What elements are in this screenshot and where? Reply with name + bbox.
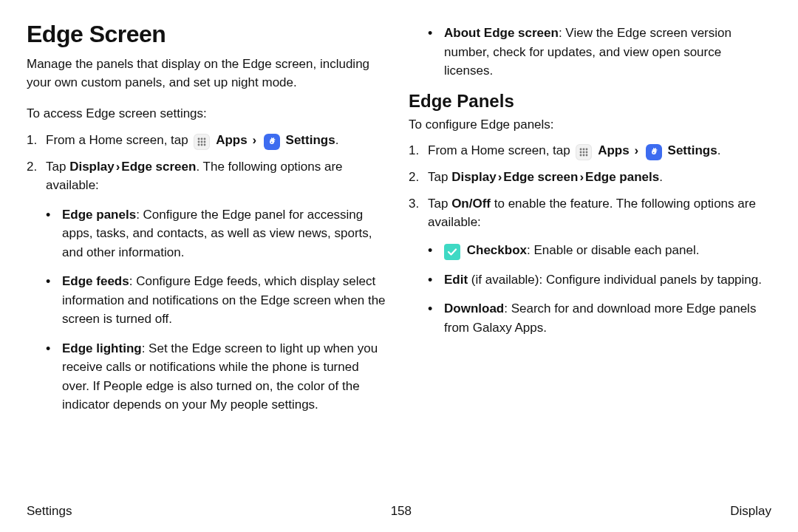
option-title: Edge feeds [62, 274, 129, 288]
step-text: Tap [428, 197, 451, 211]
path-edge-screen: Edge screen [503, 170, 578, 184]
option-body: (if available): Configure individual pan… [468, 273, 762, 287]
svg-point-11 [583, 149, 585, 151]
step-item: From a Home screen, tap Apps › Settings. [27, 131, 389, 150]
option-title: About Edge screen [444, 26, 559, 40]
svg-point-17 [583, 154, 585, 157]
section-lead: To access Edge screen settings: [27, 105, 389, 123]
svg-point-14 [583, 151, 585, 154]
option-item: Checkbox: Enable or disable each panel. [428, 241, 771, 260]
option-item: Edge lighting: Set the Edge screen to li… [46, 339, 389, 415]
apps-label: Apps [598, 143, 630, 157]
svg-point-15 [586, 151, 588, 154]
step-item: Tap Display›Edge screen. The following o… [27, 157, 389, 415]
svg-point-0 [198, 138, 200, 140]
svg-point-18 [586, 154, 588, 157]
option-title: Edit [444, 273, 468, 287]
settings-label: Settings [286, 133, 335, 147]
footer-left: Settings [27, 504, 72, 519]
footer-page-number: 158 [391, 504, 412, 519]
option-body: : Enable or disable each panel. [527, 243, 699, 257]
steps-list: From a Home screen, tap Apps › Settings.… [409, 141, 771, 337]
gear-icon [646, 144, 662, 160]
svg-point-3 [198, 141, 200, 143]
period: . [335, 133, 339, 147]
step-text: Tap [46, 160, 69, 174]
svg-point-12 [586, 149, 588, 151]
step-item: From a Home screen, tap Apps › Settings. [409, 141, 771, 160]
svg-point-8 [204, 144, 206, 146]
settings-label: Settings [668, 143, 717, 157]
step-text: Tap [428, 170, 451, 184]
path-display: Display [69, 160, 114, 174]
right-column: About Edge screen: View the Edge screen … [409, 21, 771, 425]
option-item: Edge feeds: Configure Edge feeds, which … [46, 272, 389, 329]
option-item: About Edge screen: View the Edge screen … [409, 24, 771, 81]
svg-point-16 [580, 154, 582, 157]
options-list: Checkbox: Enable or disable each panel. … [428, 241, 771, 338]
page-footer: Settings 158 Display [27, 504, 771, 519]
step-item: Tap Display›Edge screen›Edge panels. [409, 168, 771, 187]
option-title: Edge lighting [62, 341, 142, 355]
step-item: Tap On/Off to enable the feature. The fo… [409, 194, 771, 338]
option-item: Edit (if available): Configure individua… [428, 270, 771, 290]
period: . [717, 143, 721, 157]
chevron-right-icon: › [115, 160, 122, 174]
svg-point-6 [198, 144, 200, 146]
options-list: Edge panels: Configure the Edge panel fo… [46, 205, 389, 415]
path-edge-screen: Edge screen [121, 160, 196, 174]
on-off-label: On/Off [451, 197, 491, 211]
svg-point-5 [204, 141, 206, 143]
options-list-continued: About Edge screen: View the Edge screen … [409, 24, 771, 81]
left-column: Edge Screen Manage the panels that displ… [27, 21, 389, 425]
path-edge-panels: Edge panels [585, 170, 659, 184]
apps-icon [194, 134, 210, 150]
section-heading: Edge Screen [27, 21, 389, 48]
chevron-right-icon: › [497, 170, 504, 184]
svg-point-13 [580, 151, 582, 154]
svg-point-4 [201, 141, 203, 143]
two-column-layout: Edge Screen Manage the panels that displ… [27, 21, 771, 425]
steps-list: From a Home screen, tap Apps › Settings.… [27, 131, 389, 415]
svg-point-7 [201, 144, 203, 146]
chevron-right-icon: › [578, 170, 585, 184]
option-title: Download [444, 301, 504, 316]
checkbox-icon [444, 244, 460, 260]
manual-page: Edge Screen Manage the panels that displ… [0, 0, 798, 532]
period: . [659, 170, 663, 184]
subsection-lead: To configure Edge panels: [409, 116, 771, 134]
chevron-right-icon: › [250, 133, 258, 147]
footer-right: Display [730, 504, 771, 519]
svg-point-1 [201, 138, 203, 140]
option-item: Download: Search for and download more E… [428, 299, 771, 337]
path-display: Display [451, 170, 496, 184]
gear-icon [264, 134, 280, 150]
step-text: From a Home screen, tap [46, 133, 191, 147]
option-title: Edge panels [62, 208, 136, 222]
subsection-heading: Edge Panels [409, 91, 771, 112]
step-text: From a Home screen, tap [428, 143, 573, 157]
option-item: Edge panels: Configure the Edge panel fo… [46, 205, 389, 262]
svg-point-10 [580, 149, 582, 151]
section-intro: Manage the panels that display on the Ed… [27, 55, 389, 92]
svg-point-2 [204, 138, 206, 140]
apps-label: Apps [216, 133, 248, 147]
apps-icon [576, 144, 592, 160]
chevron-right-icon: › [632, 143, 640, 157]
option-title: Checkbox [467, 243, 527, 257]
